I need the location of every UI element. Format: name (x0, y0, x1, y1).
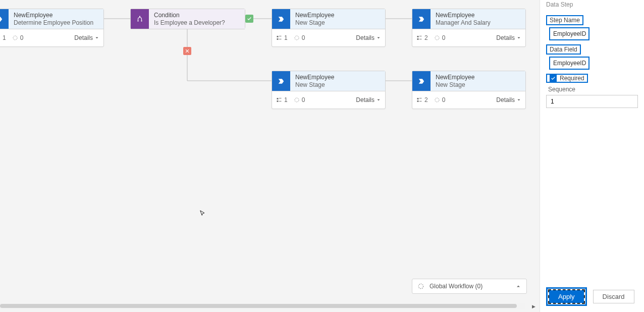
svg-point-33 (435, 98, 439, 102)
svg-point-34 (418, 284, 423, 288)
step-name-label: Step Name (546, 15, 583, 25)
svg-point-12 (141, 20, 142, 21)
mouse-cursor-icon (199, 210, 206, 217)
stage-node-new-stage-3[interactable]: NewEmployee New Stage 2 0 Details (412, 71, 526, 109)
sequence-label: Sequence (548, 86, 638, 93)
svg-rect-25 (277, 100, 279, 102)
scroll-right-arrow[interactable]: ▶ (532, 304, 535, 309)
svg-point-10 (13, 36, 17, 40)
steps-stat: 1 (276, 34, 288, 41)
properties-panel: Data Step Step Name EmployeeID Data Fiel… (540, 0, 644, 312)
required-label: Required (560, 75, 584, 82)
details-toggle[interactable]: Details (356, 96, 381, 103)
stage-node-new-stage-1[interactable]: NewEmployee New Stage 1 0 Details (272, 9, 386, 47)
condition-icon (131, 9, 149, 29)
svg-point-28 (295, 98, 299, 102)
stage-icon (412, 71, 431, 91)
stage-node-new-stage-2[interactable]: NewEmployee New Stage 1 0 Details (272, 71, 386, 109)
svg-rect-30 (417, 100, 419, 102)
svg-point-18 (295, 36, 299, 40)
horizontal-scrollbar[interactable] (0, 303, 525, 309)
svg-point-23 (435, 36, 439, 40)
svg-rect-16 (279, 36, 282, 36)
svg-rect-27 (279, 101, 282, 101)
steps-stat: 1 (276, 96, 288, 103)
count-stat: 0 (434, 96, 446, 103)
svg-point-11 (137, 20, 138, 21)
count-stat: 0 (294, 34, 305, 41)
global-workflow-bar[interactable]: Global Workflow (0) (412, 279, 527, 294)
svg-rect-26 (279, 98, 282, 98)
svg-rect-21 (419, 36, 422, 36)
sequence-input[interactable] (546, 95, 638, 108)
svg-rect-20 (417, 38, 419, 40)
svg-rect-17 (279, 39, 282, 39)
condition-no-badge (183, 47, 191, 55)
stage-icon (0, 9, 9, 29)
node-entity: NewEmployee (295, 74, 380, 81)
discard-button[interactable]: Discard (593, 290, 634, 303)
svg-point-13 (139, 16, 140, 17)
svg-rect-32 (419, 101, 422, 101)
scrollbar-thumb[interactable] (0, 304, 517, 308)
svg-rect-14 (277, 36, 279, 37)
data-field-label: Data Field (546, 44, 581, 55)
count-stat: 0 (12, 34, 24, 41)
node-subtitle: New Stage (295, 19, 380, 26)
workflow-canvas[interactable]: NewEmployee Determine Employee Position … (0, 0, 540, 312)
count-stat: 0 (434, 34, 446, 41)
stage-node-manager-salary[interactable]: NewEmployee Manager And Salary 2 0 Detai… (412, 9, 526, 47)
svg-rect-31 (419, 98, 422, 98)
details-toggle[interactable]: Details (356, 34, 381, 41)
node-entity: NewEmployee (14, 12, 98, 19)
details-toggle[interactable]: Details (74, 34, 99, 41)
node-entity: NewEmployee (436, 12, 520, 19)
node-entity: Condition (154, 12, 240, 19)
apply-button-highlight: Apply (546, 287, 587, 306)
steps-stat: 2 (416, 34, 428, 41)
svg-rect-15 (277, 38, 279, 40)
details-toggle[interactable]: Details (496, 96, 521, 103)
node-subtitle: Is Employee a Developer? (154, 19, 240, 26)
count-stat: 0 (294, 96, 305, 103)
svg-rect-24 (277, 98, 279, 99)
steps-stat: 2 (416, 96, 428, 103)
svg-rect-29 (417, 98, 419, 99)
chevron-up-icon (515, 283, 521, 289)
stage-icon (272, 71, 290, 91)
node-entity: NewEmployee (436, 74, 520, 81)
stage-node-determine-position[interactable]: NewEmployee Determine Employee Position … (0, 9, 104, 47)
condition-node[interactable]: Condition Is Employee a Developer? (130, 9, 245, 29)
condition-yes-badge (245, 15, 253, 23)
required-checkbox-row[interactable]: Required (546, 74, 588, 83)
node-subtitle: New Stage (295, 81, 380, 88)
stage-icon (272, 9, 290, 29)
svg-rect-19 (417, 36, 419, 37)
node-subtitle: Manager And Salary (436, 19, 520, 26)
node-subtitle: New Stage (436, 81, 520, 88)
steps-stat: 1 (0, 34, 6, 41)
node-subtitle: Determine Employee Position (14, 19, 98, 26)
stage-icon (412, 9, 431, 29)
node-entity: NewEmployee (295, 12, 380, 19)
panel-section-title: Data Step (546, 1, 638, 8)
required-checkbox[interactable] (550, 75, 557, 82)
data-field-input[interactable]: EmployeeID (549, 57, 589, 70)
global-workflow-label: Global Workflow (0) (430, 283, 482, 290)
loader-icon (417, 283, 424, 290)
details-toggle[interactable]: Details (496, 34, 521, 41)
step-name-input[interactable]: EmployeeID (549, 27, 589, 40)
svg-rect-22 (419, 39, 422, 39)
apply-button[interactable]: Apply (549, 290, 584, 303)
